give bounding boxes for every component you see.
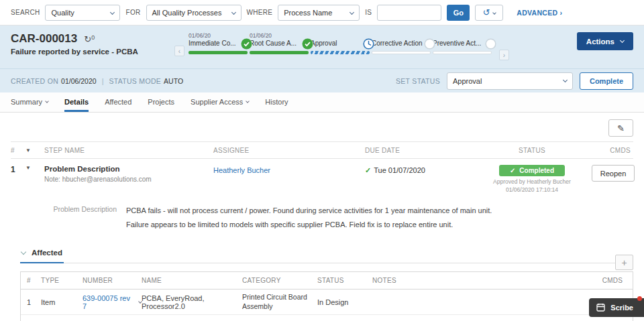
set-status-value: Approval bbox=[453, 77, 482, 85]
add-affected-button[interactable]: + bbox=[615, 255, 633, 270]
step-date: 01/06/20 bbox=[189, 32, 248, 40]
status-column-header: STATUS bbox=[317, 277, 372, 284]
tab-details[interactable]: Details bbox=[64, 92, 89, 112]
table-row: 1 ▼ Problem Description Note: hbucher@ar… bbox=[11, 159, 633, 201]
step-date: 01/06/20 bbox=[250, 32, 309, 40]
steps-scroll-left-button[interactable]: ‹ bbox=[174, 46, 184, 56]
tab-supplier-access[interactable]: Supplier Access bbox=[191, 92, 249, 112]
details-content: ✎ # ▼ STEP NAME ASSIGNEE DUE DATE STATUS… bbox=[0, 113, 644, 321]
tab-projects[interactable]: Projects bbox=[148, 92, 174, 112]
tab-affected[interactable]: Affected bbox=[105, 92, 131, 112]
problem-description-label: Problem Description bbox=[11, 204, 126, 233]
affected-table-header: # TYPE NUMBER NAME CATEGORY STATUS NOTES… bbox=[21, 272, 633, 290]
workflow-steps: ‹ 01/06/20 Immediate Co... 01/06/20 Root… bbox=[174, 32, 509, 60]
assignee-link[interactable]: Heatherly Bucher bbox=[213, 166, 270, 174]
filter-icon[interactable]: ▼ bbox=[25, 147, 44, 153]
step-name-column-header: STEP NAME bbox=[44, 147, 213, 154]
chevron-right-icon: › bbox=[559, 9, 562, 17]
advanced-link[interactable]: ADVANCED › bbox=[517, 9, 562, 17]
search-where-select[interactable]: Process Name bbox=[278, 5, 360, 21]
expand-row-icon[interactable]: ▼ bbox=[25, 165, 44, 171]
step-date bbox=[372, 32, 431, 40]
set-status-label: SET STATUS bbox=[396, 77, 440, 85]
type-column-header: TYPE bbox=[41, 277, 83, 284]
problem-description-text: PCBA fails - will not process current / … bbox=[126, 204, 512, 233]
tab-label: Summary bbox=[11, 98, 42, 106]
steps-table-header: # ▼ STEP NAME ASSIGNEE DUE DATE STATUS C… bbox=[11, 141, 633, 159]
row-name: PCBA, EveryRoad, Processor2.0 bbox=[142, 294, 242, 310]
created-on-label: CREATED ON bbox=[11, 77, 58, 85]
num-column-header: # bbox=[21, 277, 41, 284]
created-on-value: 01/06/2020 bbox=[61, 77, 97, 85]
step-progress-bar bbox=[433, 51, 492, 54]
tab-history[interactable]: History bbox=[265, 92, 288, 112]
search-history-button[interactable]: ↺ bbox=[475, 5, 503, 21]
refresh-glyph: ↻ bbox=[84, 34, 91, 44]
table-row: 2 Supplier Advanced PCB Unrated bbox=[21, 315, 633, 321]
set-status-select[interactable]: Approval bbox=[447, 72, 573, 90]
step-row-number: 1 bbox=[11, 165, 25, 174]
record-header: CAR-000013 ↻0 Failure reported by servic… bbox=[0, 25, 644, 68]
complete-button[interactable]: Complete bbox=[580, 72, 633, 90]
steps-scroll-right-button[interactable]: › bbox=[499, 50, 509, 60]
record-subtitle: Failure reported by service - PCBA bbox=[11, 48, 172, 56]
step-date bbox=[311, 32, 370, 40]
number-column-header: NUMBER bbox=[83, 277, 142, 284]
status-mode-value: AUTO bbox=[164, 77, 183, 85]
problem-description-section: Problem Description PCBA fails - will no… bbox=[11, 201, 633, 243]
scribe-icon bbox=[596, 303, 605, 313]
is-label: IS bbox=[365, 9, 372, 16]
search-scope-select[interactable]: Quality bbox=[45, 5, 120, 21]
step-label: Corrective Action bbox=[372, 40, 431, 50]
edit-pencil-button[interactable]: ✎ bbox=[608, 119, 633, 137]
affected-section-toggle[interactable]: Affected bbox=[20, 249, 64, 263]
workflow-step-root-cause[interactable]: 01/06/20 Root Cause A... bbox=[250, 32, 309, 54]
search-for-select[interactable]: All Quality Processes bbox=[146, 5, 241, 21]
reopen-button[interactable]: Reopen bbox=[592, 165, 635, 182]
pending-circle-icon bbox=[485, 38, 496, 50]
tab-label: Projects bbox=[148, 98, 174, 106]
clock-icon bbox=[363, 38, 374, 50]
scribe-widget[interactable]: Scribe bbox=[589, 298, 644, 317]
search-value-input[interactable] bbox=[377, 5, 441, 21]
assignee-column-header: ASSIGNEE bbox=[213, 147, 365, 154]
pending-circle-icon bbox=[424, 38, 435, 50]
num-column-header: # bbox=[11, 147, 25, 154]
row-status: In Design bbox=[317, 298, 372, 306]
search-scope-value: Quality bbox=[51, 9, 74, 17]
chevron-down-icon bbox=[110, 9, 115, 14]
workflow-step-corrective[interactable]: Corrective Action bbox=[372, 32, 431, 54]
tab-summary[interactable]: Summary bbox=[11, 92, 48, 112]
item-number-text: 639-00075 rev 7 bbox=[83, 294, 136, 310]
workflow-step-approval[interactable]: Approval bbox=[311, 32, 370, 54]
actions-button[interactable]: Actions bbox=[577, 32, 633, 50]
category-column-header: CATEGORY bbox=[242, 277, 317, 284]
tab-label: Supplier Access bbox=[191, 98, 243, 106]
chevron-down-icon bbox=[492, 11, 496, 15]
go-button[interactable]: Go bbox=[447, 5, 470, 21]
step-label: Root Cause A... bbox=[250, 40, 309, 50]
step-name: Problem Description bbox=[44, 165, 213, 173]
cmds-column-header: CMDS bbox=[592, 277, 633, 284]
chevron-down-icon bbox=[45, 99, 49, 103]
separator: | bbox=[102, 77, 104, 85]
name-column-header: NAME bbox=[142, 277, 242, 284]
actions-label: Actions bbox=[586, 38, 614, 46]
check-circle-icon bbox=[302, 38, 313, 50]
workflow-step-preventive[interactable]: Preventive Act... bbox=[433, 32, 492, 54]
item-number-link[interactable]: 639-00075 rev 7 bbox=[83, 294, 142, 310]
notification-dot bbox=[637, 296, 642, 301]
record-title-block: CAR-000013 ↻0 Failure reported by servic… bbox=[11, 32, 172, 56]
approved-time-text: 01/06/2020 17:10:14 bbox=[472, 186, 592, 194]
check-icon: ✓ bbox=[510, 167, 515, 174]
step-progress-bar bbox=[250, 51, 309, 54]
search-where-value: Process Name bbox=[284, 9, 332, 17]
affected-section-header: Affected + bbox=[20, 247, 633, 264]
refresh-icon[interactable]: ↻0 bbox=[84, 34, 95, 44]
check-circle-icon bbox=[241, 38, 252, 50]
status-badge-label: Completed bbox=[519, 167, 554, 174]
chevron-down-icon bbox=[350, 9, 354, 14]
row-number: 1 bbox=[21, 298, 41, 306]
history-icon: ↺ bbox=[483, 7, 490, 17]
workflow-step-immediate[interactable]: 01/06/20 Immediate Co... bbox=[189, 32, 248, 54]
